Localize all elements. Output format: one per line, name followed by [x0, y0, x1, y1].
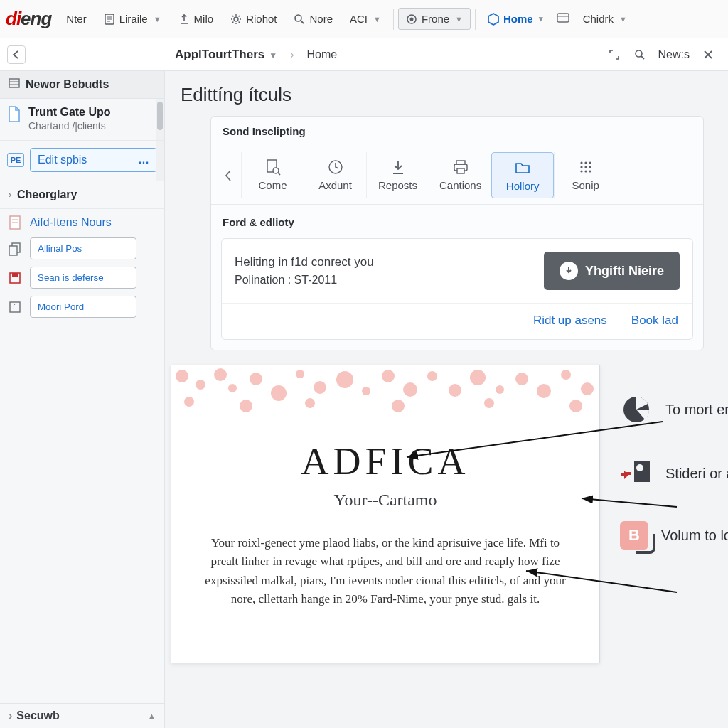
- close-icon[interactable]: [701, 48, 715, 62]
- svg-point-47: [636, 464, 643, 471]
- sidebar: Newor Bebudts Trunt Gate Upo Chartand /|…: [0, 71, 165, 728]
- list-icon: [9, 78, 20, 91]
- pie-icon: [620, 393, 653, 426]
- svg-line-13: [641, 56, 644, 59]
- preview-subtitle: Your--Cartamo: [171, 491, 599, 510]
- card-link-book[interactable]: Book lad: [631, 314, 678, 328]
- menu-milo[interactable]: Milo: [171, 8, 222, 30]
- svg-point-41: [589, 170, 591, 172]
- svg-marker-9: [488, 14, 498, 25]
- main-content: Edittíng ítculs Sond Insclipting Come Ax…: [165, 71, 728, 728]
- toolbar-prev[interactable]: [215, 152, 241, 198]
- card-icon[interactable]: [557, 13, 569, 26]
- download-card: Heliting in f1d conrect you Polination :…: [221, 238, 693, 340]
- menu-chidrk[interactable]: Chidrk▼: [575, 8, 635, 30]
- svg-point-36: [580, 166, 582, 168]
- sidebar-item-aifd[interactable]: Aifd-Itens Nours: [7, 215, 157, 230]
- menu-riohot[interactable]: Riohot: [223, 8, 284, 30]
- breadcrumb-separator: ›: [290, 48, 294, 61]
- grid-icon: [578, 159, 594, 175]
- menu-nore[interactable]: Nore: [286, 8, 341, 30]
- subsection-title: Ford & edlioty: [211, 205, 703, 234]
- upload-icon: [178, 14, 190, 25]
- chevron-down-icon: ▼: [154, 15, 161, 23]
- svg-point-40: [584, 170, 587, 172]
- chevron-down-icon: ▼: [269, 50, 277, 60]
- toolbar-come[interactable]: Come: [241, 152, 304, 198]
- chevron-right-icon: ›: [9, 190, 11, 200]
- breadcrumb-home[interactable]: Home: [306, 48, 337, 61]
- callout-2-text: Stideri or aftion adtarres: [665, 465, 728, 483]
- sheet-icon: [7, 215, 23, 230]
- svg-point-4: [234, 17, 238, 21]
- breadcrumb-root[interactable]: ApplTourtThers▼: [175, 48, 277, 62]
- page-title: Edittíng ítculs: [165, 71, 728, 116]
- sidebar-list: Aifd-Itens Nours Allinal Pos Sean is def…: [0, 209, 164, 323]
- preview-zone: ADFICA Your--Cartamo Your roixl-genect y…: [165, 350, 728, 728]
- svg-rect-23: [12, 273, 18, 277]
- svg-point-8: [410, 17, 413, 21]
- chevron-down-icon: ▼: [455, 15, 463, 23]
- sidebar-scrollbar[interactable]: Trunt Gate Upo Chartand /|clients PE Edi…: [0, 99, 164, 181]
- callout-3: B Volum to loum labe!: [620, 521, 728, 550]
- menu-home[interactable]: Home▾: [480, 8, 551, 30]
- preview-card: ADFICA Your--Cartamo Your roixl-genect y…: [171, 365, 600, 663]
- ellipsis-icon: …: [138, 154, 149, 166]
- sidebar-footer[interactable]: ›Secuwb ▲: [0, 703, 164, 728]
- svg-rect-46: [634, 461, 650, 482]
- editor-panel: Sond Insclipting Come Axdunt Reposts: [210, 116, 704, 350]
- sidebar-active-chip-row: PE Edit spbis …: [0, 141, 164, 181]
- svg-point-39: [580, 170, 582, 172]
- chevron-up-icon: ▲: [148, 712, 156, 720]
- back-button[interactable]: [7, 46, 26, 64]
- sidebar-btn-moori[interactable]: Moori Pord: [30, 296, 136, 318]
- sidebar-section-cheorglary[interactable]: › Cheorglary: [0, 181, 164, 209]
- app-logo: dieng: [4, 8, 57, 30]
- target-icon: [406, 14, 417, 25]
- download-icon: [390, 159, 406, 175]
- svg-rect-14: [9, 79, 19, 87]
- panel-head: Sond Insclipting: [211, 117, 703, 146]
- svg-rect-32: [457, 168, 464, 173]
- panel-toolbar: Come Axdunt Reposts Cantions Hollory: [211, 146, 703, 205]
- doc-icon: [104, 14, 115, 25]
- toolbar-hollory[interactable]: Hollory: [491, 152, 554, 198]
- callout-1: To mort ensostshing: [620, 393, 728, 426]
- svg-point-12: [636, 50, 642, 57]
- menu-separator: [393, 9, 394, 30]
- menu-liraile[interactable]: Liraile▼: [96, 8, 169, 30]
- toolbar-reposts[interactable]: Reposts: [366, 152, 429, 198]
- top-menubar: dieng Nter Liraile▼ Milo Riohot Nore ACI…: [0, 0, 728, 38]
- chevron-right-icon: ›: [9, 710, 12, 722]
- sidebar-btn-sean[interactable]: Sean is deferse: [30, 267, 136, 289]
- toolbar-sonip[interactable]: Sonip: [554, 152, 616, 198]
- svg-rect-21: [9, 246, 17, 255]
- toolbar-axdunt[interactable]: Axdunt: [304, 152, 366, 198]
- edit-chip[interactable]: Edit spbis …: [30, 148, 157, 172]
- copy-icon: [7, 241, 23, 257]
- sidebar-header[interactable]: Newor Bebudts: [0, 71, 164, 99]
- card-link-ridt[interactable]: Ridt up asens: [533, 314, 607, 328]
- svg-point-35: [589, 161, 591, 164]
- badge-b-icon: B: [620, 521, 648, 550]
- news-link[interactable]: New:s: [658, 48, 690, 61]
- preview-pattern: [171, 365, 599, 421]
- sidebar-item-allinal: Allinal Pos: [7, 237, 157, 259]
- save-icon: [7, 270, 23, 286]
- workspace: Newor Bebudts Trunt Gate Upo Chartand /|…: [0, 71, 728, 728]
- download-button[interactable]: Yhgifti Nieire: [544, 252, 680, 290]
- menu-nter[interactable]: Nter: [58, 8, 94, 30]
- svg-rect-10: [557, 14, 569, 22]
- letter-f-icon: f: [7, 299, 23, 315]
- sidebar-project[interactable]: Trunt Gate Upo Chartand /|clients: [0, 99, 164, 141]
- menu-frone[interactable]: Frone▼: [398, 8, 471, 30]
- menu-aci[interactable]: ACI▼: [342, 8, 389, 30]
- callout-1-text: To mort ensostshing: [665, 401, 728, 419]
- sidebar-btn-allinal[interactable]: Allinal Pos: [30, 237, 136, 259]
- preview-body: Your roixl-genect yme plaod liabs, or th…: [171, 510, 599, 609]
- expand-icon[interactable]: [607, 48, 621, 62]
- chevron-down-icon: ▼: [619, 15, 627, 23]
- search-icon[interactable]: [633, 48, 647, 62]
- sidebar-item-sean: Sean is deferse: [7, 267, 157, 289]
- toolbar-cantions[interactable]: Cantions: [429, 152, 491, 198]
